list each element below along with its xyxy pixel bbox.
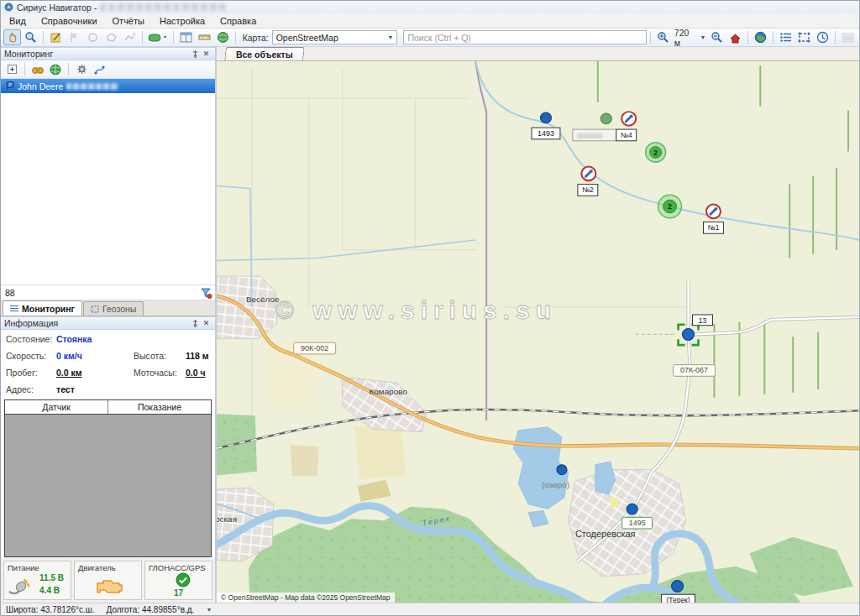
info-fields: Состояние: Стоянка Скорость: 0 км/ч Высо… (1, 330, 215, 398)
cluster-marker-a[interactable]: 2 (646, 143, 666, 162)
cluster-marker-b[interactable]: 2 (658, 195, 682, 217)
globe-3d-icon[interactable] (214, 29, 232, 45)
reading-col-header[interactable]: Показание (108, 400, 211, 414)
tab-monitoring[interactable]: Мониторинг (3, 300, 82, 316)
chevron-down-icon: ▼ (387, 34, 393, 40)
marker-lake-point[interactable] (557, 465, 567, 475)
map-canvas[interactable]: © www.sirius.su Весёлое Комарово Стодере… (217, 61, 859, 603)
tree-item-vehicle[interactable]: P John Deere (1, 79, 215, 93)
svg-text:№4: №4 (621, 131, 632, 139)
track-points-icon[interactable] (92, 62, 107, 76)
tab-geozones-label: Геозоны (102, 304, 136, 314)
legend-icon[interactable] (777, 29, 794, 45)
lake-label: (озеро) (542, 480, 569, 489)
track-color-icon[interactable] (146, 29, 170, 45)
engine-gauge-title: Двигатель (78, 563, 138, 572)
toolbar-separator (173, 31, 174, 44)
sidebar: Мониторинг ✕ (1, 47, 217, 603)
svg-text:2: 2 (668, 202, 672, 211)
scale-dropdown[interactable]: 720 м ▼ (673, 28, 708, 48)
address-label: Адрес: (6, 384, 56, 394)
engine-icon (95, 576, 123, 596)
info-panel-title: Информация (4, 318, 190, 328)
geozones-frame-icon[interactable] (795, 29, 813, 45)
map-source-select[interactable]: OpenStreetMap ▼ (272, 30, 398, 44)
toolbar-separator (24, 63, 25, 76)
expand-tree-icon[interactable] (4, 62, 19, 76)
map-source-label: Карта: (243, 33, 269, 43)
add-polyline-icon[interactable] (121, 29, 139, 45)
place-town-cut: рская (217, 514, 237, 524)
marker-1495-point[interactable] (627, 504, 637, 514)
road-shield-07k067: 07К-067 (680, 366, 708, 374)
zoom-in-icon[interactable] (654, 29, 672, 45)
history-clock-icon[interactable] (814, 29, 831, 45)
map-attribution: © OpenStreetMap - Map data ©2025 OpenStr… (217, 593, 395, 603)
status-longitude: Долгота: 44.89855°в.д. (107, 605, 195, 614)
statusbar: Широта: 43.78126°с.ш. Долгота: 44.89855°… (1, 603, 859, 615)
menu-settings[interactable]: Настройка (160, 16, 205, 26)
pin-icon[interactable] (190, 318, 201, 328)
add-flag-icon[interactable] (66, 29, 83, 45)
zoom-out-icon[interactable] (708, 29, 726, 45)
map-tabs: Все объекты (217, 47, 859, 61)
redacted-title-text (100, 3, 226, 11)
speed-value: 0 км/ч (56, 351, 134, 361)
hours-value[interactable]: 0.0 ч (186, 368, 210, 378)
close-icon[interactable]: ✕ (201, 318, 212, 328)
add-circle-icon[interactable] (84, 29, 102, 45)
menu-help[interactable]: Справка (220, 16, 256, 26)
app-window: Сириус Навигатор - Вид Справочники Отчёт… (0, 0, 860, 616)
edit-map-icon[interactable] (47, 29, 65, 45)
redacted-marker-label: 11111111 (577, 132, 603, 139)
map-panel: Все объекты (217, 47, 859, 603)
ruler-icon[interactable] (196, 29, 213, 45)
globe-icon[interactable] (48, 62, 63, 76)
home-icon[interactable] (726, 29, 744, 45)
menu-view[interactable]: Вид (9, 16, 26, 26)
filter-funnel-icon[interactable] (198, 285, 213, 300)
gear-icon[interactable] (74, 62, 89, 76)
vehicle-flag-icon: P (6, 81, 14, 91)
menu-reports[interactable]: Отчёты (113, 16, 144, 26)
hours-label: Моточасы: (134, 368, 186, 378)
sensor-table-body (5, 415, 211, 556)
search-input[interactable] (403, 30, 646, 44)
close-icon[interactable]: ✕ (201, 49, 212, 59)
toolbar-separator (747, 31, 748, 44)
svg-text:№2: №2 (582, 185, 594, 194)
toolbar: Карта: OpenStreetMap ▼ 720 м ▼ (1, 29, 859, 47)
filter-input[interactable] (3, 288, 198, 298)
tab-geozones[interactable]: Геозоны (83, 301, 144, 316)
list-icon (10, 305, 18, 312)
tab-all-objects[interactable]: Все объекты (224, 47, 304, 60)
main-area: Мониторинг ✕ (1, 47, 859, 603)
svg-text:13: 13 (699, 316, 707, 325)
service-marker-4[interactable] (621, 112, 636, 126)
state-value: Стоянка (56, 334, 210, 344)
chevron-down-icon: ▼ (700, 34, 705, 40)
pan-hand-icon[interactable] (3, 29, 21, 45)
add-polygon-icon[interactable] (102, 29, 120, 45)
altitude-label: Высота: (134, 351, 186, 361)
window-title: Сириус Навигатор - (17, 3, 97, 13)
power-value-1: 11.5 В (39, 572, 64, 584)
tab-monitoring-label: Мониторинг (22, 304, 75, 314)
gps-satellite-count: 17 (145, 588, 212, 598)
pin-icon[interactable] (190, 49, 201, 59)
mileage-value[interactable]: 0.0 км (56, 368, 134, 378)
toolbar-separator (235, 31, 236, 44)
panels-icon[interactable] (177, 29, 195, 45)
chevron-down-icon[interactable]: ▼ (206, 607, 212, 613)
internet-map-icon[interactable] (752, 29, 769, 45)
info-panel-header: Информация ✕ (1, 316, 215, 330)
binoculars-icon[interactable] (30, 62, 45, 76)
toolbar-separator (773, 31, 773, 44)
screenshot-icon[interactable] (839, 29, 857, 45)
sensor-col-header[interactable]: Датчик (5, 400, 108, 414)
menu-directories[interactable]: Справочники (41, 16, 97, 26)
gauges-row: Питание 11.5 В 4.4 В Двигатель (1, 557, 215, 603)
zoom-tool-icon[interactable] (22, 29, 39, 45)
toolbar-separator (68, 63, 69, 76)
road-shield-90k002: 90К-002 (301, 344, 328, 352)
